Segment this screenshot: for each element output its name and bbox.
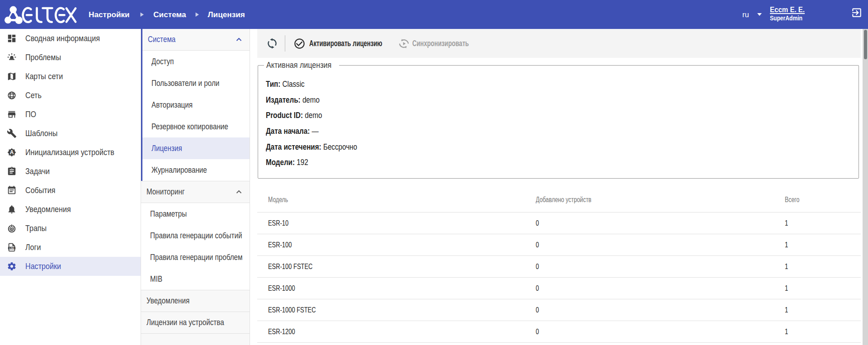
svg-text:LOG: LOG [9, 247, 14, 250]
svg-text:A: A [10, 149, 14, 156]
